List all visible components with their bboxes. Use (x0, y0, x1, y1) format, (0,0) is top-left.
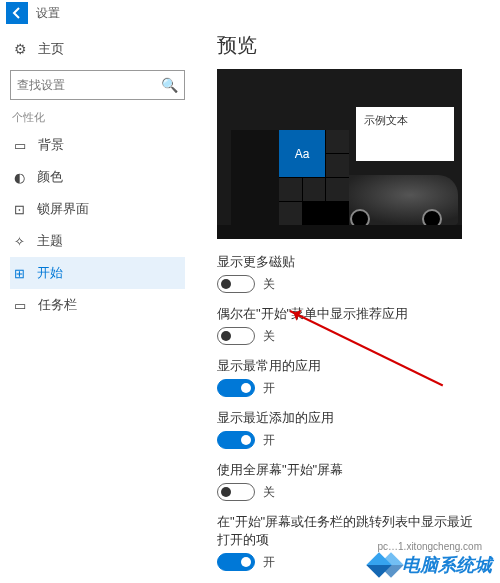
toggle-state: 开 (263, 432, 275, 449)
toggle-state: 关 (263, 328, 275, 345)
setting-group: 显示最近添加的应用开 (217, 409, 482, 449)
setting-label: 偶尔在"开始"菜单中显示推荐应用 (217, 305, 482, 323)
sidebar-section-label: 个性化 (12, 110, 185, 125)
sidebar-item-label: 主题 (37, 232, 63, 250)
preview-tile: Aa (279, 130, 325, 177)
sidebar: ⚙ 主页 🔍 个性化 ▭ 背景 ◐ 颜色 ⊡ 锁屏界面 ✧ 主题 ⊞ 开始 ▭ (0, 26, 195, 583)
toggle-switch[interactable] (217, 275, 255, 293)
sidebar-item-colors[interactable]: ◐ 颜色 (10, 161, 185, 193)
sidebar-item-themes[interactable]: ✧ 主题 (10, 225, 185, 257)
toggle-state: 关 (263, 276, 275, 293)
start-icon: ⊞ (14, 266, 25, 281)
setting-group: 使用全屏幕"开始"屏幕关 (217, 461, 482, 501)
sidebar-item-background[interactable]: ▭ 背景 (10, 129, 185, 161)
search-input[interactable] (17, 78, 157, 92)
sidebar-item-taskbar[interactable]: ▭ 任务栏 (10, 289, 185, 321)
toggle-switch[interactable] (217, 431, 255, 449)
gear-icon: ⚙ (12, 41, 28, 57)
search-box[interactable]: 🔍 (10, 70, 185, 100)
theme-icon: ✧ (14, 234, 25, 249)
sidebar-item-label: 任务栏 (38, 296, 77, 314)
toggle-state: 关 (263, 484, 275, 501)
toggle-switch[interactable] (217, 327, 255, 345)
sidebar-item-label: 颜色 (37, 168, 63, 186)
back-button[interactable] (6, 2, 28, 24)
watermark-text: 电脑系统城 (402, 553, 492, 577)
preview-pane: 示例文本 Aa (217, 69, 462, 239)
preview-start-menu: Aa (231, 130, 349, 225)
setting-label: 显示最常用的应用 (217, 357, 482, 375)
sidebar-home-label: 主页 (38, 40, 64, 58)
preview-window: 示例文本 (356, 107, 454, 161)
setting-label: 显示最近添加的应用 (217, 409, 482, 427)
toggle-state: 开 (263, 380, 275, 397)
toggle-switch[interactable] (217, 553, 255, 571)
watermark-sub: pc…1.xitongcheng.com (377, 541, 482, 552)
main-content: 预览 示例文本 Aa 显示更多磁贴关偶尔在"开始"菜单中显示推荐应用关显示最常用… (195, 26, 500, 583)
sidebar-item-label: 背景 (38, 136, 64, 154)
setting-group: 显示最常用的应用开 (217, 357, 482, 397)
preview-taskbar (217, 225, 462, 239)
setting-label: 使用全屏幕"开始"屏幕 (217, 461, 482, 479)
sidebar-home[interactable]: ⚙ 主页 (10, 34, 185, 64)
lock-screen-icon: ⊡ (14, 202, 25, 217)
watermark: pc…1.xitongcheng.com 电脑系统城 (370, 553, 492, 577)
search-icon: 🔍 (161, 77, 178, 93)
toggle-switch[interactable] (217, 483, 255, 501)
sidebar-item-start[interactable]: ⊞ 开始 (10, 257, 185, 289)
sidebar-item-lockscreen[interactable]: ⊡ 锁屏界面 (10, 193, 185, 225)
color-icon: ◐ (14, 170, 25, 185)
taskbar-icon: ▭ (14, 298, 26, 313)
setting-label: 显示更多磁贴 (217, 253, 482, 271)
sidebar-item-label: 开始 (37, 264, 63, 282)
page-title: 预览 (217, 32, 482, 59)
setting-group: 显示更多磁贴关 (217, 253, 482, 293)
picture-icon: ▭ (14, 138, 26, 153)
sidebar-item-label: 锁屏界面 (37, 200, 89, 218)
toggle-switch[interactable] (217, 379, 255, 397)
app-title: 设置 (36, 5, 60, 22)
toggle-state: 开 (263, 554, 275, 571)
